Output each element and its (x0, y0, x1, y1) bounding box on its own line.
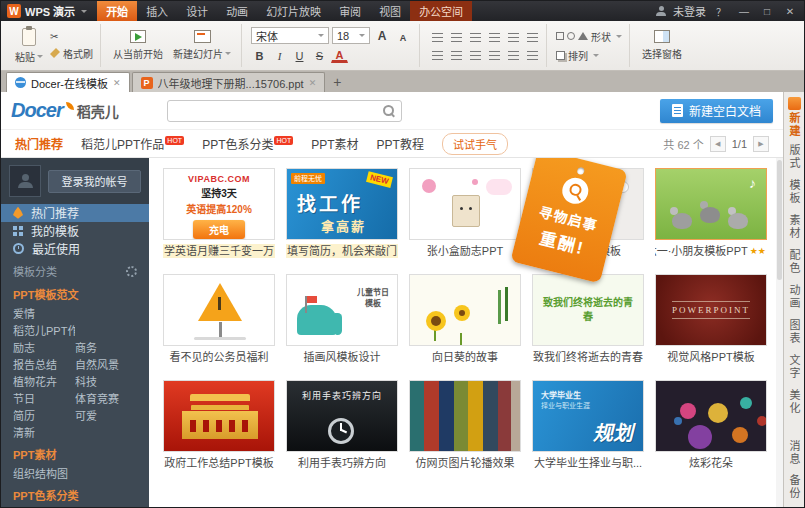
template-card[interactable]: ♪ 六一·小朋友模板PPT ★★ ↗ (655, 168, 767, 258)
menu-slideshow[interactable]: 幻灯片放映 (257, 1, 330, 21)
strip-item-layout[interactable]: 版式 (786, 141, 802, 173)
new-tab-button[interactable]: + (327, 72, 347, 92)
prev-page-button[interactable]: ◀ (710, 136, 726, 152)
sidebar-link[interactable]: 科技 (75, 376, 137, 389)
vertical-scrollbar[interactable] (776, 158, 783, 507)
menu-animation[interactable]: 动画 (217, 1, 257, 21)
charge-button[interactable]: 充电 (193, 220, 245, 239)
sidebar-link[interactable]: 植物花卉 (13, 376, 75, 389)
bold-button[interactable]: B (251, 48, 268, 64)
shapes-button[interactable]: 形状 (556, 29, 622, 44)
text-align-icon[interactable] (524, 48, 539, 61)
gear-icon[interactable] (126, 266, 137, 277)
columns-icon[interactable] (505, 48, 520, 61)
new-slide-button[interactable]: 新建幻灯片 (170, 30, 234, 61)
strip-item-animation[interactable]: 动画 (786, 281, 802, 313)
cut-button[interactable]: ✂ (50, 31, 93, 42)
template-card[interactable]: POWERPOINT 视觉风格PPT模板 (655, 274, 767, 364)
login-status[interactable]: 未登录 (673, 3, 706, 19)
sidebar-link[interactable]: 可爱 (75, 410, 137, 423)
nav-daofaner-works[interactable]: 稻范儿PPT作品HOT (81, 135, 184, 152)
decrease-indent-icon[interactable] (467, 30, 482, 43)
search-icon[interactable] (383, 105, 395, 117)
menu-home[interactable]: 开始 (97, 1, 137, 21)
close-tab-icon[interactable]: ✕ (309, 78, 317, 88)
strip-item-messages[interactable]: 消息 (786, 437, 802, 469)
justify-icon[interactable] (486, 48, 501, 61)
strip-item-beautify[interactable]: 美化 (786, 386, 802, 418)
docer-logo[interactable]: Docer 稻壳儿 (11, 99, 119, 122)
help-button[interactable]: ？ (713, 4, 729, 19)
strip-item-assets[interactable]: 素材 (786, 211, 802, 243)
template-card[interactable]: 大学毕业生 择业与职业生涯 规划 大学毕业生择业与职... (532, 380, 644, 470)
search-input[interactable] (174, 105, 383, 117)
app-menu-button[interactable]: W WPS 演示 (1, 1, 97, 21)
align-center-icon[interactable] (448, 48, 463, 61)
sidebar-link[interactable]: 报告总结 (13, 359, 75, 372)
italic-button[interactable]: I (271, 48, 288, 64)
shrink-font-button[interactable]: A (394, 27, 412, 44)
line-spacing-icon[interactable] (505, 30, 520, 43)
login-button[interactable]: 登录我的帐号 (48, 170, 141, 193)
align-right-icon[interactable] (467, 48, 482, 61)
minimize-button[interactable]: — (736, 6, 752, 17)
grow-font-button[interactable]: A (373, 27, 391, 44)
template-card[interactable]: 致我们终将逝去的青春 致我们终将逝去的青春 (532, 274, 644, 364)
menu-view[interactable]: 视图 (370, 1, 410, 21)
template-card[interactable]: 儿童节日模板 插画风模板设计 (286, 274, 398, 364)
font-color-button[interactable]: A (331, 49, 348, 63)
template-card[interactable]: 向日葵的故事 (409, 274, 521, 364)
template-card[interactable]: 炫彩花朵 (655, 380, 767, 470)
doc-tab-docer[interactable]: Docer-在线模板 ✕ (6, 72, 130, 92)
nav-ppt-assets[interactable]: PPT素材 (311, 135, 358, 152)
sidebar-link[interactable]: 体育竞赛 (75, 393, 137, 406)
align-left-icon[interactable] (429, 48, 444, 61)
sidebar-link[interactable]: 爱情 (13, 308, 75, 321)
sidebar-link[interactable]: 清新 (13, 427, 75, 440)
numbered-list-icon[interactable] (448, 30, 463, 43)
template-card[interactable]: VIPABC.COM 坚持3天 英语提高120% 充电 学英语月赚三千变一万 (163, 168, 275, 258)
increase-indent-icon[interactable] (486, 30, 501, 43)
sidebar-item-recent[interactable]: 最近使用 (1, 239, 149, 257)
underline-button[interactable]: U (291, 48, 308, 64)
nav-hot-recommend[interactable]: 热门推荐 (15, 135, 63, 152)
sidebar-link[interactable]: 节日 (13, 393, 75, 406)
menu-review[interactable]: 审阅 (330, 1, 370, 21)
menu-office-space[interactable]: 办公空间 (410, 1, 472, 21)
sidebar-link[interactable]: 组织结构图 (13, 468, 75, 481)
close-button[interactable]: ✕ (782, 6, 798, 17)
format-painter-button[interactable]: 格式刷 (50, 46, 93, 61)
strip-item-charts[interactable]: 图表 (786, 316, 802, 348)
template-card[interactable]: 利用手表巧辨方向 利用手表巧辨方向 (286, 380, 398, 470)
nav-ppt-tutorials[interactable]: PPT教程 (377, 135, 424, 152)
text-direction-icon[interactable] (524, 30, 539, 43)
scrollbar-thumb[interactable] (777, 160, 782, 280)
menu-insert[interactable]: 插入 (137, 1, 177, 21)
category-ppt-assets[interactable]: PPT素材 (1, 442, 149, 466)
font-size-select[interactable]: 18 (332, 27, 370, 44)
sidebar-link[interactable]: 商务 (75, 342, 137, 355)
sidebar-link[interactable]: 简历 (13, 410, 75, 423)
template-card[interactable]: 仿网页图片轮播效果 (409, 380, 521, 470)
font-family-select[interactable]: 宋体 (251, 27, 329, 44)
nav-color-category[interactable]: PPT色系分类HOT (202, 135, 293, 152)
category-ppt-colors[interactable]: PPT色系分类 (1, 483, 149, 507)
bullet-list-icon[interactable] (429, 30, 444, 43)
close-tab-icon[interactable]: ✕ (113, 78, 121, 88)
new-blank-document-button[interactable]: 新建空白文档 (660, 99, 773, 123)
sidebar-item-hot[interactable]: 热门推荐 (1, 204, 149, 222)
strip-item-text[interactable]: 文字 (786, 351, 802, 383)
paste-button[interactable]: 粘贴 (12, 28, 46, 64)
strip-item-backup[interactable]: 备份 (786, 471, 802, 503)
template-card[interactable]: 看不见的公务员福利 (163, 274, 275, 364)
sidebar-link[interactable]: 自然风景 (75, 359, 137, 372)
next-page-button[interactable]: ▶ (753, 136, 769, 152)
sidebar-link[interactable]: 稻范儿PPT作品 (13, 325, 75, 338)
strip-new-button[interactable]: 新建 (786, 97, 802, 138)
template-card[interactable]: 张小盒励志PPT (409, 168, 521, 258)
sidebar-item-my-templates[interactable]: 我的模板 (1, 222, 149, 240)
arrange-button[interactable]: 排列 (556, 48, 599, 63)
template-card[interactable]: 政府工作总结PPT模板 (163, 380, 275, 470)
strip-item-colors[interactable]: 配色 (786, 246, 802, 278)
menu-design[interactable]: 设计 (177, 1, 217, 21)
